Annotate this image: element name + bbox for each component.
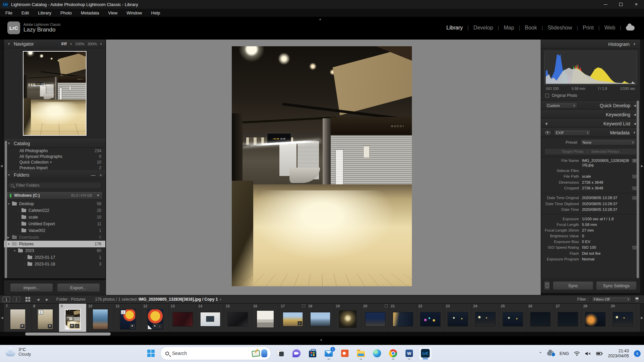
collapse-top-arrow[interactable]: ▲	[319, 17, 322, 21]
folder-disclosure-icon[interactable]: ▼	[7, 243, 11, 246]
start-button[interactable]	[144, 347, 158, 360]
filmstrip-thumbnail[interactable]	[365, 312, 385, 326]
menu-view[interactable]: View	[108, 10, 117, 15]
menu-file[interactable]: File	[5, 10, 12, 15]
histogram-header[interactable]: Histogram ▼	[541, 40, 640, 49]
module-develop[interactable]: Develop	[473, 25, 493, 31]
folder-disclosure-icon[interactable]: ▼	[13, 249, 17, 252]
filmstrip-cell[interactable]: 13	[169, 304, 197, 332]
quick-develop-preset-dropdown[interactable]: Custom ▲▼	[545, 102, 577, 109]
menu-help[interactable]: Help	[151, 10, 160, 15]
go-forward-button[interactable]: ►	[45, 297, 49, 302]
folder-row[interactable]: ⁞Value0021	[4, 227, 105, 234]
histogram-plot[interactable]	[544, 51, 637, 85]
filmstrip-cell[interactable]: 25	[499, 304, 527, 332]
filmstrip-cell[interactable]: 23	[444, 304, 472, 332]
navigator-preview[interactable]: GUCCI+51-5911-47	[23, 51, 87, 136]
filmstrip-cell[interactable]: 14	[197, 304, 224, 332]
export-button[interactable]: Export...	[57, 283, 100, 292]
edited-badge-icon[interactable]: ±	[298, 321, 302, 325]
language-indicator[interactable]: ENG	[559, 351, 569, 356]
left-panel-scrollbar[interactable]	[5, 141, 7, 278]
filmstrip-cell[interactable]: 82⚑	[32, 304, 59, 332]
filmstrip-cell[interactable]: 29	[609, 304, 637, 332]
filmstrip-thumbnail[interactable]	[530, 312, 550, 326]
volume-bar[interactable]: Windows (C:) 81.0 / 476 GB ▼	[7, 191, 103, 199]
filmstrip-cell[interactable]: 27	[554, 304, 582, 332]
folder-disclosure-icon[interactable]: ▶	[7, 236, 11, 239]
filmstrip-cell[interactable]: 112⚑	[114, 304, 142, 332]
edited-badge-icon[interactable]: ±	[158, 324, 162, 328]
menu-edit[interactable]: Edit	[21, 10, 29, 15]
filmstrip-cell[interactable]: 24	[472, 304, 499, 332]
close-button[interactable]: ✕	[629, 0, 644, 9]
filmstrip-filename[interactable]: IMG_20200805_132836[3816].jpg / Copy 1	[139, 297, 218, 302]
folder-row[interactable]: ▶Downloads0	[4, 234, 105, 241]
taskbar-app-word[interactable]: W	[402, 347, 416, 360]
wifi-icon[interactable]	[574, 351, 580, 356]
fit-spinner-icon[interactable]: ▲▼	[70, 43, 72, 45]
onedrive-icon[interactable]	[547, 351, 554, 356]
zoom-spinner-icon[interactable]: ▲▼	[100, 43, 102, 45]
cloud-sync-icon[interactable]	[626, 25, 635, 31]
sync-settings-button[interactable]: Sync Settings	[596, 281, 637, 290]
flag-badge-icon[interactable]: ⚑	[48, 324, 52, 328]
filmstrip-thumbnail[interactable]	[557, 312, 578, 326]
navigator-fit-button[interactable]: FIT	[61, 42, 67, 46]
filmstrip-thumbnail[interactable]	[310, 312, 330, 326]
grid-view-icon[interactable]	[25, 297, 30, 302]
filmstrip-cell[interactable]: 16	[252, 304, 279, 332]
filmstrip-scroll-right[interactable]: ▶	[640, 304, 644, 332]
tray-chevron-up-icon[interactable]: ⌃	[539, 351, 542, 356]
folder-row[interactable]: ▼202360	[4, 247, 105, 254]
filmstrip-thumbnail[interactable]: GUCCI+51-5911-47⚑±	[65, 309, 80, 329]
keywording-header[interactable]: Keywording ◀	[541, 110, 640, 119]
battery-icon[interactable]	[596, 352, 603, 356]
filmstrip-thumbnail[interactable]	[420, 312, 440, 326]
stack-count-badge[interactable]: 2	[121, 310, 125, 314]
folder-row[interactable]: ⁞Cafeteri22225	[4, 207, 105, 214]
filmstrip-filename-dropdown-icon[interactable]: ▾	[220, 298, 221, 301]
module-library[interactable]: Library	[446, 25, 463, 31]
notification-badge[interactable]: 6	[634, 350, 641, 357]
preset-dropdown[interactable]: None ▲▼	[581, 139, 636, 145]
taskbar-app-lightroom[interactable]: LrC	[419, 347, 432, 360]
remove-folder-button[interactable]: —	[91, 173, 95, 178]
module-web[interactable]: Web	[604, 25, 615, 31]
minimize-button[interactable]	[598, 0, 613, 9]
volume-disclosure-icon[interactable]: ▼	[97, 194, 100, 197]
taskbar-app-store[interactable]	[306, 347, 319, 360]
filmstrip-thumbnail[interactable]: ±	[282, 312, 303, 326]
metadata-eye-icon[interactable]	[545, 131, 550, 134]
filmstrip-thumbnail[interactable]: ⚑	[10, 309, 25, 329]
filmstrip-cell[interactable]: 19	[334, 304, 362, 332]
taskbar-app-chrome[interactable]	[386, 347, 400, 360]
folder-row[interactable]: ⁞scale10	[4, 214, 105, 221]
quick-develop-header[interactable]: Custom ▲▼ Quick Develop ◀	[541, 101, 640, 110]
taskbar-search[interactable]: Search	[160, 347, 271, 360]
filmstrip-thumbnail[interactable]	[257, 310, 274, 328]
filter-folders-input[interactable]: Filter Folders	[7, 182, 102, 189]
collapse-bottom-arrow[interactable]: ▼	[320, 339, 323, 342]
navigator-zoom-300[interactable]: 300%	[88, 42, 97, 46]
filmstrip-thumbnail[interactable]	[502, 312, 523, 326]
edited-badge-icon[interactable]: ±	[75, 324, 79, 328]
menu-library[interactable]: Library	[38, 10, 51, 15]
target-photo-button[interactable]: Target Photo	[562, 149, 584, 154]
filmstrip-cell[interactable]: 17±	[279, 304, 307, 332]
flag-badge-icon[interactable]: ⚑	[153, 324, 157, 328]
filmstrip-cell[interactable]: 10	[87, 304, 114, 332]
filmstrip-thumbnail[interactable]: 2⚑	[37, 309, 53, 329]
taskbar-app-mail[interactable]: 1	[322, 347, 335, 360]
right-panel-scrollbar[interactable]	[637, 101, 639, 278]
metadata-mode-dropdown[interactable]: EXIF ▲▼	[554, 129, 591, 136]
filmstrip-thumbnail[interactable]	[92, 309, 108, 329]
menu-metadata[interactable]: Metadata	[81, 10, 99, 15]
filter-dropdown[interactable]: Filters Off ▲▼	[592, 296, 631, 303]
catalog-item[interactable]: All Photographs234	[4, 148, 105, 154]
filmstrip-cell[interactable]: 15	[224, 304, 252, 332]
add-folder-button[interactable]: +	[99, 173, 102, 178]
taskbar-app-task-view[interactable]	[274, 347, 287, 360]
filmstrip-source[interactable]: Folder : Pictures	[56, 297, 86, 302]
filmstrip-cell[interactable]: 18	[307, 304, 334, 332]
